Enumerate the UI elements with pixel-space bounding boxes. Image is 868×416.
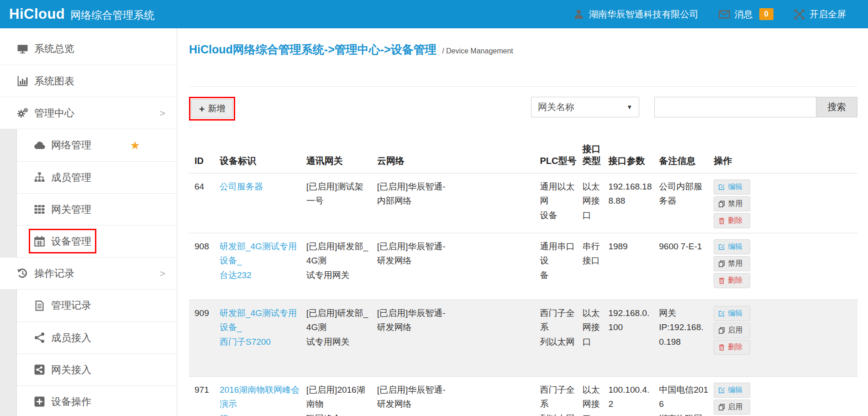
- edit-button[interactable]: 编辑: [714, 383, 750, 398]
- cell-id: 908: [189, 233, 220, 300]
- delete-button[interactable]: 删除: [714, 340, 750, 355]
- plus-icon: +: [199, 104, 205, 114]
- trash-icon: [718, 277, 725, 284]
- cell-iface-type: 串行 接口: [582, 233, 608, 300]
- cell-id: 64: [189, 174, 220, 233]
- trash-icon: [718, 217, 725, 224]
- search-group: 搜索: [654, 97, 857, 117]
- messages-menu[interactable]: 消息 0: [719, 8, 773, 21]
- brand-name: HiCloud: [9, 6, 65, 22]
- cell-remark: 中国电信2016 湖南物联网峰会: [659, 377, 714, 416]
- trash-icon: [718, 344, 725, 351]
- breadcrumb-path: HiCloud网络综合管理系统->管理中心->设备管理: [189, 43, 437, 56]
- edit-button[interactable]: 编辑: [714, 179, 750, 195]
- header-plc: PLC型号: [540, 149, 582, 173]
- cell-gateway: [已启用]2016湖南物 联网峰会: [306, 377, 377, 416]
- disable-button[interactable]: 禁用: [714, 256, 750, 271]
- plus-square-icon: [34, 396, 45, 407]
- cell-actions: 编辑 禁用 删除: [714, 174, 857, 233]
- enable-button[interactable]: 启用: [714, 400, 750, 415]
- cell-gateway: [已启用]研发部_4G测 试专用网关: [306, 233, 377, 300]
- table-row: 64 公司服务器 [已启用]测试架一号 [已启用]华辰智通- 内部网络 通用以太…: [189, 173, 857, 233]
- sidebar-item-label: 系统图表: [34, 74, 74, 88]
- cell-cloud: [已启用]华辰智通- 研发网络: [377, 300, 540, 376]
- sidebar-item-device-operations[interactable]: 设备操作: [16, 385, 177, 416]
- cell-iface-type: 以太 网接 口: [582, 377, 608, 416]
- cell-plc: 通用以太网 设备: [540, 174, 582, 233]
- sidebar-item-label: 系统总览: [34, 42, 74, 56]
- search-button[interactable]: 搜索: [816, 97, 857, 117]
- sidebar-item-system-charts[interactable]: 系统图表: [0, 65, 177, 97]
- calendar-icon: [34, 236, 45, 247]
- sidebar-item-member-management[interactable]: 成员管理: [16, 161, 177, 193]
- sidebar-item-system-overview[interactable]: 系统总览: [0, 33, 177, 65]
- cell-actions: 编辑 禁用 删除: [714, 233, 857, 300]
- device-link[interactable]: 研发部_4G测试专用设备_ 台达232: [220, 242, 297, 280]
- navbar-right: 湖南华辰智通科技有限公司 消息 0 开启全屏: [573, 8, 846, 21]
- fullscreen-label: 开启全屏: [810, 8, 846, 21]
- breadcrumb-suffix: / Device Management: [442, 47, 513, 55]
- sidebar-item-gateway-management[interactable]: 网关管理: [16, 193, 177, 225]
- search-input[interactable]: [654, 97, 816, 117]
- header-remark: 备注信息: [659, 149, 714, 173]
- sidebar: 系统总览 系统图表 管理中心 > 网络管理: [0, 28, 177, 416]
- cell-iface-type: 以太 网接 口: [582, 174, 608, 233]
- disable-button[interactable]: 禁用: [714, 196, 750, 211]
- clone-icon: [718, 260, 725, 267]
- sidebar-item-label: 成员接入: [51, 331, 91, 345]
- table-row: 908 研发部_4G测试专用设备_ 台达232 [已启用]研发部_4G测 试专用…: [189, 233, 857, 300]
- brand-logo[interactable]: HiCloud 网络综合管理系统: [9, 6, 154, 22]
- cell-actions: 编辑 启用: [714, 377, 857, 416]
- chevron-right-icon: >: [160, 268, 165, 279]
- header-gateway: 通讯网关: [306, 149, 377, 173]
- management-center-submenu: 网络管理 ★ 成员管理 网关管理 设备管理: [0, 129, 177, 257]
- cell-remark: 公司内部服务器: [659, 174, 714, 233]
- chevron-right-icon: >: [160, 108, 165, 119]
- device-link[interactable]: 2016湖南物联网峰会演示 箱: [220, 385, 300, 416]
- filter-field-select[interactable]: 网关名称 ▼: [531, 97, 639, 117]
- sidebar-item-management-center[interactable]: 管理中心 >: [0, 97, 177, 129]
- sidebar-item-gateway-access[interactable]: 网关接入: [16, 353, 177, 385]
- sidebar-item-label: 网关管理: [51, 203, 91, 216]
- sidebar-item-label: 管理中心: [34, 106, 74, 120]
- sidebar-item-label: 管理记录: [51, 299, 91, 312]
- sidebar-item-device-management[interactable]: 设备管理: [16, 225, 177, 257]
- sidebar-item-label: 设备管理: [51, 235, 91, 248]
- cloud-icon: [34, 140, 45, 151]
- clone-icon: [718, 327, 725, 334]
- cell-remark: 9600 7-E-1: [659, 233, 714, 300]
- edit-icon: [718, 184, 725, 190]
- enable-button[interactable]: 启用: [714, 323, 750, 338]
- envelope-icon: [719, 9, 730, 20]
- sidebar-item-operation-records[interactable]: 操作记录 >: [0, 257, 177, 289]
- cell-iface-params: 192.168.0.100: [608, 300, 659, 376]
- sidebar-item-label: 设备操作: [51, 395, 91, 409]
- cell-plc: 西门子全系 列以太网: [540, 377, 582, 416]
- top-navbar: HiCloud 网络综合管理系统 湖南华辰智通科技有限公司 消息 0: [0, 0, 868, 28]
- edit-button[interactable]: 编辑: [714, 239, 750, 254]
- sidebar-item-network-management[interactable]: 网络管理 ★: [16, 129, 177, 161]
- delete-button[interactable]: 删除: [714, 213, 750, 228]
- user-icon: [573, 9, 584, 20]
- sidebar-item-label: 成员管理: [51, 171, 91, 184]
- add-device-button[interactable]: + 新增: [191, 99, 233, 118]
- sidebar-item-management-records[interactable]: 管理记录: [16, 290, 177, 321]
- delete-button[interactable]: 删除: [714, 273, 750, 288]
- fullscreen-button[interactable]: 开启全屏: [794, 8, 846, 21]
- sidebar-item-member-access[interactable]: 成员接入: [16, 321, 177, 353]
- header-iface-params: 接口参数: [608, 149, 659, 173]
- sidebar-item-label: 操作记录: [34, 267, 74, 280]
- edit-button[interactable]: 编辑: [714, 306, 750, 321]
- header-cloud: 云网络: [377, 149, 540, 173]
- company-menu[interactable]: 湖南华辰智通科技有限公司: [573, 8, 699, 21]
- device-table: ID 设备标识 通讯网关 云网络 PLC型号 接口 类型 接口参数 备注信息 操…: [189, 137, 857, 416]
- gears-icon: [17, 107, 28, 119]
- device-link[interactable]: 研发部_4G测试专用设备_ 西门子S7200: [220, 308, 297, 347]
- share-icon: [34, 332, 45, 343]
- device-link[interactable]: 公司服务器: [220, 182, 263, 191]
- add-device-label: 新增: [208, 103, 225, 115]
- cell-gateway: [已启用]研发部_4G测 试专用网关: [306, 300, 377, 376]
- toolbar: + 新增 网关名称 ▼ 搜索: [189, 97, 857, 121]
- cell-cloud: [已启用]华辰智通- 研发网络: [377, 377, 540, 416]
- header-id: ID: [189, 149, 220, 173]
